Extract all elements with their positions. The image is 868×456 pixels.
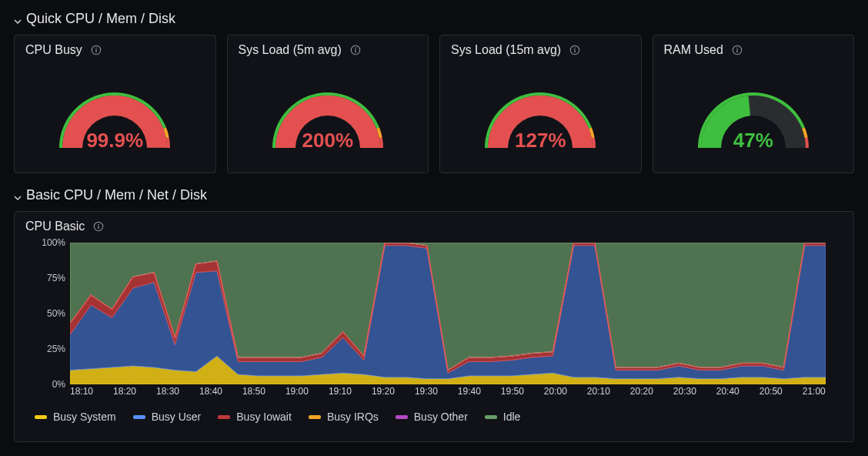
x-tick: 20:00 [544,386,567,403]
info-icon[interactable] [569,44,581,56]
info-icon[interactable] [349,44,362,56]
svg-point-4 [355,48,356,49]
svg-rect-8 [575,49,576,52]
gauge-value: 200% [239,129,418,153]
x-tick: 18:10 [70,386,93,403]
legend-label: Busy IRQs [327,411,379,423]
y-tick: 0% [52,379,65,390]
svg-rect-14 [98,226,99,229]
panel-title-label: CPU Basic [25,220,85,233]
info-icon[interactable] [731,44,743,56]
legend-swatch [309,415,321,419]
legend-label: Busy System [53,411,116,423]
panel-title-label: Sys Load (15m avg) [451,43,561,57]
legend-item[interactable]: Busy Iowait [218,411,292,423]
legend-item[interactable]: Busy IRQs [309,411,379,423]
gauge-value: 99.9% [25,129,205,153]
x-tick: 20:30 [673,386,696,403]
panel-title-label: CPU Busy [25,43,82,57]
legend-label: Busy Other [414,411,468,423]
svg-rect-5 [355,49,356,52]
gauges-row: CPU Busy 99.9% Sys Load (5m avg) 200% [14,35,854,173]
x-tick: 20:50 [760,386,783,403]
chart-legend: Busy SystemBusy UserBusy IowaitBusy IRQs… [25,403,843,423]
legend-label: Busy Iowait [236,411,292,423]
legend-item[interactable]: Idle [485,411,521,423]
x-tick: 19:30 [415,386,438,403]
gauge: 47% [664,57,843,157]
x-tick: 21:00 [803,386,826,403]
x-tick: 20:20 [630,386,653,403]
panel-cpu-basic[interactable]: CPU Basic 0%25%50%75%100% 18:1018:2018:3… [14,211,854,442]
x-tick: 19:20 [372,386,395,403]
legend-swatch [133,415,145,419]
gauge-value: 127% [451,129,630,153]
svg-point-10 [736,48,738,49]
legend-swatch [485,415,497,419]
y-tick: 25% [47,344,65,354]
svg-point-7 [574,48,576,49]
legend-item[interactable]: Busy Other [396,411,468,423]
section-header-basic[interactable]: Basic CPU / Mem / Net / Disk [14,187,854,203]
info-icon[interactable] [90,44,102,56]
x-tick: 18:40 [199,386,222,403]
legend-swatch [218,415,230,419]
panel-ram-used[interactable]: RAM Used 47% [653,35,855,173]
panel-sysload-15m[interactable]: Sys Load (15m avg) 127% [439,35,642,173]
section-title: Quick CPU / Mem / Disk [26,11,175,27]
x-tick: 19:10 [329,386,352,403]
legend-label: Idle [503,411,521,423]
x-tick: 19:00 [285,386,309,403]
legend-swatch [396,415,408,419]
legend-swatch [35,415,47,419]
gauge: 200% [239,57,418,157]
legend-item[interactable]: Busy User [133,411,202,423]
legend-item[interactable]: Busy System [35,411,116,423]
x-tick: 18:50 [242,386,265,403]
x-tick: 20:10 [587,386,610,403]
svg-point-13 [98,224,100,226]
gauge: 99.9% [25,57,205,157]
panel-sysload-5m[interactable]: Sys Load (5m avg) 200% [227,35,429,173]
x-tick: 18:30 [156,386,179,403]
x-tick: 20:40 [716,386,739,403]
x-tick: 19:40 [458,386,481,403]
legend-label: Busy User [152,411,202,423]
gauge: 127% [451,57,630,157]
info-icon[interactable] [92,220,105,233]
x-tick: 18:20 [113,386,136,403]
panel-title-label: Sys Load (5m avg) [239,43,342,57]
y-tick: 100% [42,237,65,248]
gauge-value: 47% [664,129,843,153]
section-header-quick[interactable]: Quick CPU / Mem / Disk [14,11,854,27]
chevron-down-icon [14,192,22,200]
y-tick: 75% [47,273,65,283]
y-tick: 50% [47,308,65,319]
chart-area: 0%25%50%75%100% 18:1018:2018:3018:4018:5… [25,243,843,403]
svg-rect-11 [736,49,737,52]
panel-cpu-busy[interactable]: CPU Busy 99.9% [14,35,216,173]
panel-title-label: RAM Used [664,43,723,57]
section-title: Basic CPU / Mem / Net / Disk [26,187,207,203]
x-tick: 19:50 [501,386,524,403]
svg-point-1 [95,48,97,49]
svg-rect-2 [95,49,96,52]
chevron-down-icon [14,15,22,23]
